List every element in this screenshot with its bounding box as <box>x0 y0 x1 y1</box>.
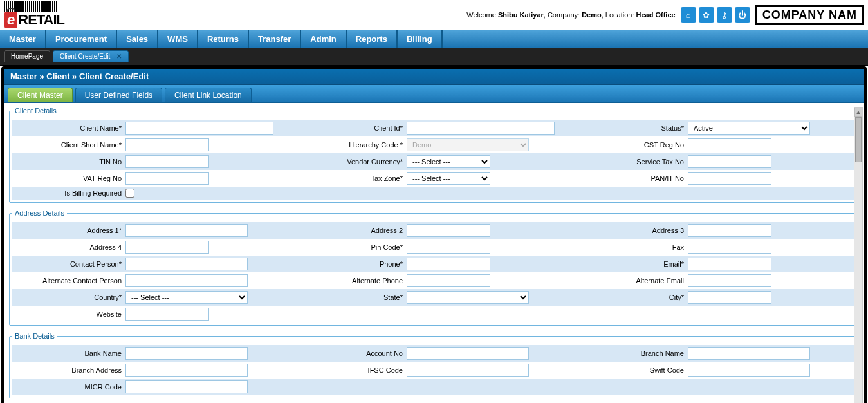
label-website: Website <box>96 310 125 318</box>
service-tax-no-input[interactable] <box>688 155 771 168</box>
address-details-legend: Address Details <box>12 209 67 217</box>
contact-person-input[interactable] <box>125 258 248 270</box>
label-address4: Address 4 <box>89 243 125 251</box>
label-cst-reg-no: CST Reg No <box>644 141 688 149</box>
branch-address-input[interactable] <box>125 364 248 377</box>
top-bar: e RETAIL Welcome Shibu Katiyar, Company:… <box>0 0 868 30</box>
key-icon[interactable]: ⚷ <box>717 7 732 23</box>
label-account-no: Account No <box>366 350 407 357</box>
address1-input[interactable] <box>125 224 248 237</box>
scroll-up-icon[interactable]: ▲ <box>854 108 862 117</box>
label-address2: Address 2 <box>371 227 407 234</box>
sub-tabs: Client Master User Defined Fields Client… <box>4 85 864 103</box>
label-phone: Phone* <box>380 260 407 268</box>
branch-name-input[interactable] <box>688 347 810 360</box>
menu-reports[interactable]: Reports <box>347 30 398 48</box>
form-page: Client Details Client Name* Client Id* S… <box>4 103 864 403</box>
client-name-input[interactable] <box>125 122 273 135</box>
label-vat-reg-no: VAT Reg No <box>83 174 125 182</box>
phone-input[interactable] <box>407 258 490 270</box>
hierarchy-code-select[interactable]: Demo <box>407 138 529 151</box>
swift-input[interactable] <box>688 364 810 377</box>
label-branch-address: Branch Address <box>71 366 125 374</box>
label-tin-no: TIN No <box>99 158 125 165</box>
city-input[interactable] <box>688 291 771 304</box>
subtab-user-defined-fields[interactable]: User Defined Fields <box>75 88 162 102</box>
app-logo: e RETAIL <box>4 12 64 28</box>
label-hierarchy-code: Hierarchy Code * <box>349 141 407 149</box>
country-select[interactable]: --- Select --- <box>125 291 248 304</box>
home-icon[interactable]: ⌂ <box>681 7 696 23</box>
alt-email-input[interactable] <box>688 274 771 287</box>
alt-contact-input[interactable] <box>125 274 248 287</box>
menu-procurement[interactable]: Procurement <box>46 30 117 48</box>
breadcrumb: Master » Client » Client Create/Edit <box>4 69 864 85</box>
logo-text: RETAIL <box>18 12 64 28</box>
vat-reg-no-input[interactable] <box>125 172 209 185</box>
address2-input[interactable] <box>407 224 490 237</box>
website-input[interactable] <box>125 308 209 321</box>
label-email: Email* <box>663 260 688 268</box>
client-details-section: Client Details Client Name* Client Id* S… <box>9 107 859 203</box>
address4-input[interactable] <box>125 241 209 254</box>
state-select[interactable] <box>407 291 529 304</box>
menu-billing[interactable]: Billing <box>398 30 443 48</box>
label-client-id: Client Id* <box>374 124 407 132</box>
cst-reg-no-input[interactable] <box>688 138 771 151</box>
welcome-text: Welcome Shibu Katiyar, Company: Demo, Lo… <box>466 11 675 19</box>
label-address1: Address 1* <box>87 227 125 234</box>
client-short-name-input[interactable] <box>125 138 209 151</box>
label-swift: Swift Code <box>650 366 688 374</box>
label-country: Country* <box>94 294 125 301</box>
label-vendor-currency: Vendor Currency* <box>347 158 407 165</box>
scroll-thumb[interactable] <box>855 117 862 162</box>
label-pincode: Pin Code* <box>371 243 407 251</box>
menu-master[interactable]: Master <box>0 30 46 48</box>
tab-homepage[interactable]: HomePage <box>4 50 50 62</box>
tin-no-input[interactable] <box>125 155 209 168</box>
menu-admin[interactable]: Admin <box>301 30 346 48</box>
menu-returns[interactable]: Returns <box>198 30 249 48</box>
pan-it-no-input[interactable] <box>688 172 771 185</box>
menu-transfer[interactable]: Transfer <box>249 30 301 48</box>
is-billing-checkbox[interactable] <box>125 189 134 198</box>
label-state: State* <box>383 294 407 301</box>
address-details-section: Address Details Address 1* Address 2 Add… <box>9 209 859 326</box>
vendor-currency-select[interactable]: --- Select --- <box>407 155 490 168</box>
power-icon[interactable]: ⏻ <box>735 7 750 23</box>
alt-phone-input[interactable] <box>407 274 490 287</box>
fax-input[interactable] <box>688 241 771 254</box>
client-details-legend: Client Details <box>12 107 59 115</box>
menu-wms[interactable]: WMS <box>158 30 198 48</box>
bank-details-legend: Bank Details <box>12 332 57 340</box>
label-ifsc: IFSC Code <box>368 366 407 374</box>
main-menu: Master Procurement Sales WMS Returns Tra… <box>0 30 868 48</box>
account-no-input[interactable] <box>407 347 529 360</box>
ifsc-input[interactable] <box>407 364 529 377</box>
company-name-box: COMPANY NAM <box>755 5 864 25</box>
subtab-client-master[interactable]: Client Master <box>8 88 73 102</box>
label-is-billing: Is Billing Required <box>64 189 125 197</box>
vertical-scrollbar[interactable]: ▲ ▼ <box>854 107 863 403</box>
gear-icon[interactable]: ✿ <box>699 7 714 23</box>
label-service-tax-no: Service Tax No <box>636 158 688 165</box>
logo-e: e <box>4 12 17 28</box>
status-select[interactable]: Active <box>688 122 810 135</box>
label-contact-person: Contact Person* <box>70 260 125 268</box>
address3-input[interactable] <box>688 224 771 237</box>
menu-sales[interactable]: Sales <box>117 30 158 48</box>
micr-input[interactable] <box>125 380 248 393</box>
client-id-input[interactable] <box>407 122 555 135</box>
document-tabs: HomePage Client Create/Edit✕ <box>0 48 868 66</box>
tab-client-create-edit[interactable]: Client Create/Edit✕ <box>53 50 129 62</box>
tax-zone-select[interactable]: --- Select --- <box>407 172 490 185</box>
email-input[interactable] <box>688 258 771 270</box>
content-shell: Master » Client » Client Create/Edit Cli… <box>1 66 867 403</box>
subtab-client-link-location[interactable]: Client Link Location <box>165 88 252 102</box>
label-bank-name: Bank Name <box>85 350 125 357</box>
label-branch-name: Branch Name <box>641 350 688 357</box>
label-pan-it-no: PAN/IT No <box>651 174 688 182</box>
bank-name-input[interactable] <box>125 347 248 360</box>
pincode-input[interactable] <box>407 241 490 254</box>
close-icon[interactable]: ✕ <box>116 53 122 60</box>
